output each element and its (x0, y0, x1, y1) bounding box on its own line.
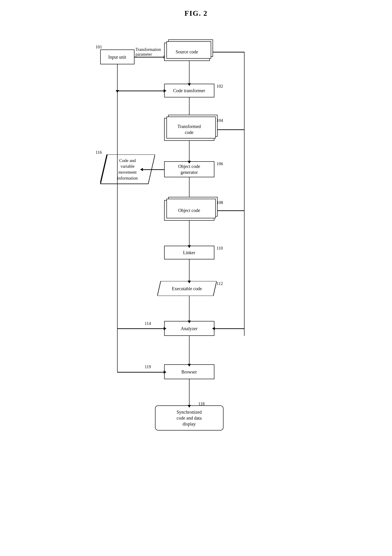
analyzer-label: Analyzer (181, 325, 197, 332)
transformed-code-id: 104 (217, 118, 223, 123)
arrow-source-to-transformer (189, 61, 190, 84)
source-code-box: Source code (164, 43, 210, 61)
input-to-codevar-v (117, 64, 118, 91)
diagram: Input unit 101 Source code 100 Code tran… (93, 27, 299, 529)
arrow-analyzer-to-browser (189, 336, 190, 364)
transformed-code-box: Transformed code (164, 118, 214, 141)
browser-id: 119 (145, 364, 151, 369)
arrow-linker-to-exec (189, 259, 190, 281)
object-code-box: Object code (164, 200, 214, 221)
source-code-label: Source code (176, 49, 198, 55)
sync-display-box: Synchronized code and data display (155, 405, 224, 431)
arrow-ocg-to-objcode (189, 177, 190, 200)
sync-display-label: Synchronized code and data display (177, 409, 202, 427)
transformation-param-label: Transformation parameter (136, 47, 161, 57)
linker-id: 110 (217, 246, 223, 251)
object-code-gen-label: Object code generator (178, 163, 200, 175)
page: FIG. 2 Input unit 101 Source code 100 Co… (93, 9, 299, 529)
input-unit-id: 101 (96, 45, 102, 49)
code-variable-wrap: Code and variable movement information (100, 154, 155, 184)
arrow-browser-to-sync (189, 379, 190, 405)
right-rail-vertical (244, 52, 245, 336)
object-code-label: Object code (178, 207, 200, 213)
code-variable-label: Code and variable movement information (105, 156, 150, 183)
arrow-exec-to-analyzer (189, 296, 190, 321)
object-code-gen-id: 106 (217, 161, 223, 166)
right-rail-transformed-h (214, 129, 244, 130)
code-transformer-id: 102 (217, 84, 223, 89)
object-code-gen-box: Object code generator (164, 161, 214, 177)
input-unit-box: Input unit (100, 49, 134, 64)
figure-title: FIG. 2 (93, 9, 299, 18)
left-rail-to-transformer-h (117, 91, 164, 91)
transformed-code-label: Transformed code (177, 124, 201, 135)
right-rail-to-analyzer-h (214, 328, 244, 329)
arrow-input-to-source (134, 57, 164, 57)
executable-code-label: Executable code (160, 281, 214, 296)
executable-code-wrap: Executable code (157, 281, 217, 296)
sync-display-id-arrow: 118 (198, 401, 205, 406)
right-rail-objcode-h (214, 210, 244, 211)
browser-label: Browser (181, 369, 197, 375)
input-unit-label: Input unit (108, 54, 126, 60)
code-transformer-label: Code transformer (173, 88, 205, 93)
code-variable-id: 116 (96, 150, 102, 155)
object-code-id: 108 (217, 200, 223, 205)
arrow-transformed-to-ocg (189, 141, 190, 161)
left-rail-vertical (117, 64, 118, 372)
linker-label: Linker (183, 250, 195, 255)
executable-code-id: 112 (217, 281, 223, 286)
left-rail-to-browser-h (117, 372, 164, 373)
left-rail-to-analyzer-h (117, 328, 164, 329)
arrow-objcode-to-linker (189, 221, 190, 246)
right-rail-source-h (210, 52, 244, 53)
analyzer-id: 114 (145, 321, 151, 326)
